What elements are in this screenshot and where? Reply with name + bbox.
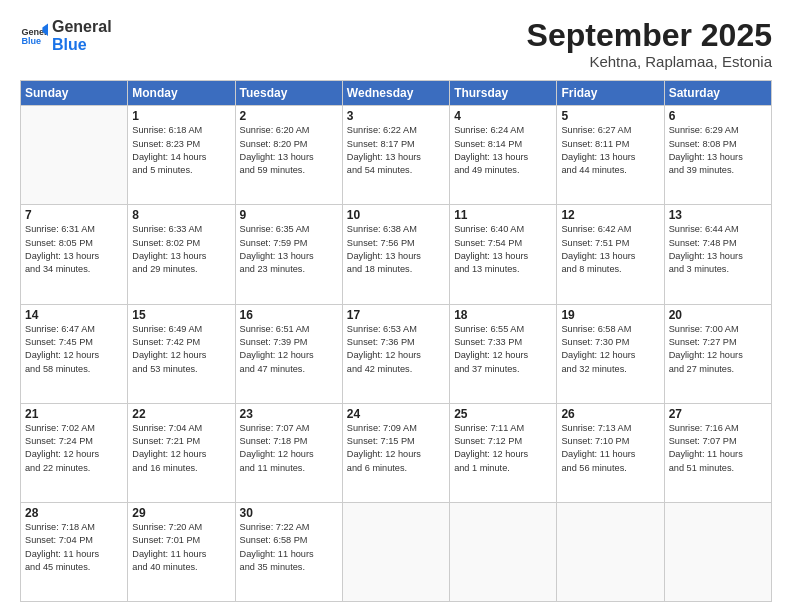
header: General Blue General Blue September 2025…	[20, 18, 772, 70]
day-info: Sunrise: 7:22 AMSunset: 6:58 PMDaylight:…	[240, 521, 338, 574]
day-cell: 2Sunrise: 6:20 AMSunset: 8:20 PMDaylight…	[235, 106, 342, 205]
day-cell: 19Sunrise: 6:58 AMSunset: 7:30 PMDayligh…	[557, 304, 664, 403]
day-cell: 18Sunrise: 6:55 AMSunset: 7:33 PMDayligh…	[450, 304, 557, 403]
day-number: 15	[132, 308, 230, 322]
day-cell: 9Sunrise: 6:35 AMSunset: 7:59 PMDaylight…	[235, 205, 342, 304]
day-info: Sunrise: 7:04 AMSunset: 7:21 PMDaylight:…	[132, 422, 230, 475]
col-header-friday: Friday	[557, 81, 664, 106]
col-header-tuesday: Tuesday	[235, 81, 342, 106]
day-cell	[342, 502, 449, 601]
day-cell: 10Sunrise: 6:38 AMSunset: 7:56 PMDayligh…	[342, 205, 449, 304]
logo-blue: Blue	[52, 36, 112, 54]
day-number: 21	[25, 407, 123, 421]
day-info: Sunrise: 6:31 AMSunset: 8:05 PMDaylight:…	[25, 223, 123, 276]
col-header-saturday: Saturday	[664, 81, 771, 106]
day-number: 22	[132, 407, 230, 421]
day-cell: 13Sunrise: 6:44 AMSunset: 7:48 PMDayligh…	[664, 205, 771, 304]
day-cell: 28Sunrise: 7:18 AMSunset: 7:04 PMDayligh…	[21, 502, 128, 601]
week-row-3: 21Sunrise: 7:02 AMSunset: 7:24 PMDayligh…	[21, 403, 772, 502]
day-cell: 26Sunrise: 7:13 AMSunset: 7:10 PMDayligh…	[557, 403, 664, 502]
day-number: 16	[240, 308, 338, 322]
day-info: Sunrise: 6:18 AMSunset: 8:23 PMDaylight:…	[132, 124, 230, 177]
day-info: Sunrise: 6:58 AMSunset: 7:30 PMDaylight:…	[561, 323, 659, 376]
day-cell: 23Sunrise: 7:07 AMSunset: 7:18 PMDayligh…	[235, 403, 342, 502]
day-cell: 16Sunrise: 6:51 AMSunset: 7:39 PMDayligh…	[235, 304, 342, 403]
day-number: 13	[669, 208, 767, 222]
day-info: Sunrise: 7:09 AMSunset: 7:15 PMDaylight:…	[347, 422, 445, 475]
day-cell	[557, 502, 664, 601]
day-cell	[450, 502, 557, 601]
day-number: 5	[561, 109, 659, 123]
day-number: 14	[25, 308, 123, 322]
day-number: 9	[240, 208, 338, 222]
day-cell: 15Sunrise: 6:49 AMSunset: 7:42 PMDayligh…	[128, 304, 235, 403]
day-number: 24	[347, 407, 445, 421]
day-number: 6	[669, 109, 767, 123]
day-info: Sunrise: 6:51 AMSunset: 7:39 PMDaylight:…	[240, 323, 338, 376]
day-info: Sunrise: 6:38 AMSunset: 7:56 PMDaylight:…	[347, 223, 445, 276]
day-cell: 12Sunrise: 6:42 AMSunset: 7:51 PMDayligh…	[557, 205, 664, 304]
page: General Blue General Blue September 2025…	[0, 0, 792, 612]
day-info: Sunrise: 6:33 AMSunset: 8:02 PMDaylight:…	[132, 223, 230, 276]
day-number: 8	[132, 208, 230, 222]
day-info: Sunrise: 7:16 AMSunset: 7:07 PMDaylight:…	[669, 422, 767, 475]
col-header-thursday: Thursday	[450, 81, 557, 106]
day-info: Sunrise: 6:47 AMSunset: 7:45 PMDaylight:…	[25, 323, 123, 376]
day-cell: 30Sunrise: 7:22 AMSunset: 6:58 PMDayligh…	[235, 502, 342, 601]
week-row-4: 28Sunrise: 7:18 AMSunset: 7:04 PMDayligh…	[21, 502, 772, 601]
day-number: 2	[240, 109, 338, 123]
day-number: 17	[347, 308, 445, 322]
day-cell: 11Sunrise: 6:40 AMSunset: 7:54 PMDayligh…	[450, 205, 557, 304]
logo-icon: General Blue	[20, 22, 48, 50]
day-cell: 29Sunrise: 7:20 AMSunset: 7:01 PMDayligh…	[128, 502, 235, 601]
day-info: Sunrise: 6:20 AMSunset: 8:20 PMDaylight:…	[240, 124, 338, 177]
day-info: Sunrise: 6:42 AMSunset: 7:51 PMDaylight:…	[561, 223, 659, 276]
col-header-monday: Monday	[128, 81, 235, 106]
day-number: 25	[454, 407, 552, 421]
day-number: 3	[347, 109, 445, 123]
day-cell: 3Sunrise: 6:22 AMSunset: 8:17 PMDaylight…	[342, 106, 449, 205]
day-info: Sunrise: 7:07 AMSunset: 7:18 PMDaylight:…	[240, 422, 338, 475]
day-info: Sunrise: 6:44 AMSunset: 7:48 PMDaylight:…	[669, 223, 767, 276]
day-number: 18	[454, 308, 552, 322]
day-cell: 22Sunrise: 7:04 AMSunset: 7:21 PMDayligh…	[128, 403, 235, 502]
day-info: Sunrise: 6:24 AMSunset: 8:14 PMDaylight:…	[454, 124, 552, 177]
day-info: Sunrise: 6:53 AMSunset: 7:36 PMDaylight:…	[347, 323, 445, 376]
logo: General Blue General Blue	[20, 18, 112, 53]
day-number: 26	[561, 407, 659, 421]
day-info: Sunrise: 7:11 AMSunset: 7:12 PMDaylight:…	[454, 422, 552, 475]
day-number: 7	[25, 208, 123, 222]
day-cell: 8Sunrise: 6:33 AMSunset: 8:02 PMDaylight…	[128, 205, 235, 304]
day-cell	[21, 106, 128, 205]
location-title: Kehtna, Raplamaa, Estonia	[527, 53, 772, 70]
week-row-0: 1Sunrise: 6:18 AMSunset: 8:23 PMDaylight…	[21, 106, 772, 205]
day-cell	[664, 502, 771, 601]
day-cell: 25Sunrise: 7:11 AMSunset: 7:12 PMDayligh…	[450, 403, 557, 502]
day-number: 11	[454, 208, 552, 222]
day-cell: 24Sunrise: 7:09 AMSunset: 7:15 PMDayligh…	[342, 403, 449, 502]
week-row-1: 7Sunrise: 6:31 AMSunset: 8:05 PMDaylight…	[21, 205, 772, 304]
day-cell: 21Sunrise: 7:02 AMSunset: 7:24 PMDayligh…	[21, 403, 128, 502]
day-info: Sunrise: 7:13 AMSunset: 7:10 PMDaylight:…	[561, 422, 659, 475]
day-number: 12	[561, 208, 659, 222]
day-number: 19	[561, 308, 659, 322]
day-cell: 1Sunrise: 6:18 AMSunset: 8:23 PMDaylight…	[128, 106, 235, 205]
day-number: 29	[132, 506, 230, 520]
col-header-wednesday: Wednesday	[342, 81, 449, 106]
day-info: Sunrise: 6:40 AMSunset: 7:54 PMDaylight:…	[454, 223, 552, 276]
title-block: September 2025 Kehtna, Raplamaa, Estonia	[527, 18, 772, 70]
day-number: 10	[347, 208, 445, 222]
day-cell: 14Sunrise: 6:47 AMSunset: 7:45 PMDayligh…	[21, 304, 128, 403]
calendar-header-row: SundayMondayTuesdayWednesdayThursdayFrid…	[21, 81, 772, 106]
day-info: Sunrise: 6:22 AMSunset: 8:17 PMDaylight:…	[347, 124, 445, 177]
logo-general: General	[52, 18, 112, 36]
day-cell: 7Sunrise: 6:31 AMSunset: 8:05 PMDaylight…	[21, 205, 128, 304]
day-info: Sunrise: 6:35 AMSunset: 7:59 PMDaylight:…	[240, 223, 338, 276]
month-title: September 2025	[527, 18, 772, 53]
day-info: Sunrise: 6:55 AMSunset: 7:33 PMDaylight:…	[454, 323, 552, 376]
day-info: Sunrise: 7:18 AMSunset: 7:04 PMDaylight:…	[25, 521, 123, 574]
calendar-table: SundayMondayTuesdayWednesdayThursdayFrid…	[20, 80, 772, 602]
day-number: 1	[132, 109, 230, 123]
day-info: Sunrise: 6:27 AMSunset: 8:11 PMDaylight:…	[561, 124, 659, 177]
day-info: Sunrise: 7:20 AMSunset: 7:01 PMDaylight:…	[132, 521, 230, 574]
